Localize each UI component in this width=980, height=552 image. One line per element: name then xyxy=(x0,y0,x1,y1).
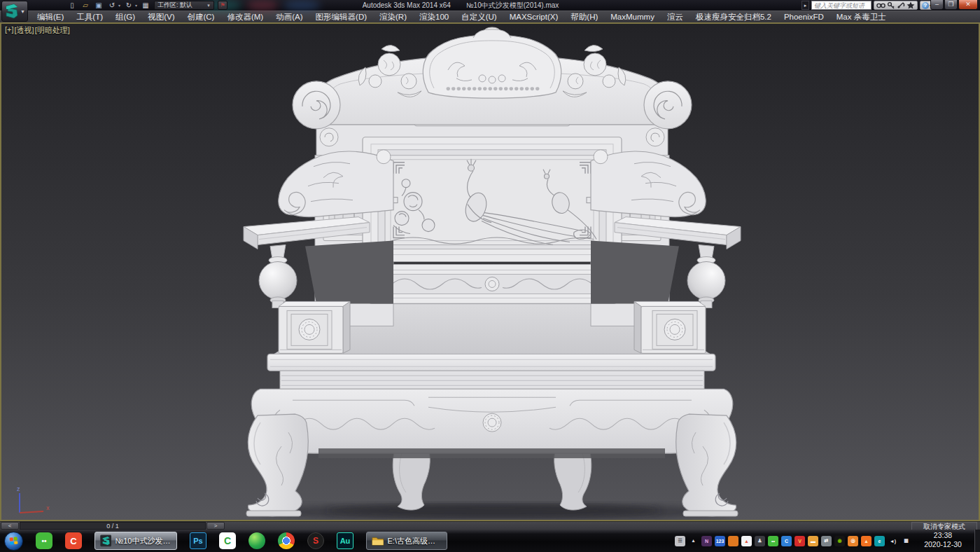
system-tray: ☰▴N123▲♟••CV▬⇄◉◎▲e◄)▦ xyxy=(675,530,911,552)
camtasia-green-icon[interactable]: C xyxy=(219,532,236,549)
workspace-selector[interactable]: 工作区: 默认 ▼ xyxy=(154,1,214,10)
viewport-perspective[interactable]: [+] [透视] [明暗处理] z x xyxy=(0,22,980,521)
world-axis-gizmo: z x xyxy=(7,485,52,517)
menu-item-13[interactable]: 帮助(H) xyxy=(564,11,604,23)
minimize-button[interactable]: – xyxy=(930,0,944,10)
graphics-tool-icon[interactable]: N xyxy=(701,536,712,546)
windows-taskbar: ••C №10中式沙发模... PsCSAu E:\古色高级家具... ☰▴N1… xyxy=(0,530,980,552)
infocenter-bar: ▸ ? ▾ xyxy=(802,1,934,10)
undo-icon[interactable]: ↺ xyxy=(107,1,117,10)
new-file-icon[interactable]: ▯ xyxy=(67,1,77,10)
search-input[interactable] xyxy=(811,1,872,10)
application-menu-button[interactable]: ▼ xyxy=(1,1,28,22)
time-slider-frame-field[interactable]: 0 / 1 xyxy=(20,522,206,530)
aero-glass-blob xyxy=(283,0,321,11)
hidden-icons-arrow[interactable]: ▴ xyxy=(688,536,699,546)
document-title-text: №10中式沙发模型(2014).max xyxy=(466,0,559,11)
menu-item-17[interactable]: PhoenixFD xyxy=(778,11,830,23)
beverage-app-icon[interactable] xyxy=(728,536,738,546)
nvidia-icon[interactable]: ◉ xyxy=(834,536,845,546)
show-desktop-button[interactable] xyxy=(974,530,980,552)
search-binoculars-icon[interactable] xyxy=(876,1,886,9)
app-title-text: Autodesk 3ds Max 2014 x64 xyxy=(363,0,451,11)
input-method-icon[interactable]: 123 xyxy=(715,536,725,546)
assistant-icon[interactable]: ♟ xyxy=(755,536,765,546)
windows-flag-icon xyxy=(10,537,18,544)
restore-button[interactable]: ❐ xyxy=(944,0,958,10)
redo-icon[interactable]: ↻ xyxy=(124,1,134,10)
menu-item-1[interactable]: 编辑(E) xyxy=(31,11,70,23)
start-button[interactable] xyxy=(4,532,23,551)
viewport-view-label[interactable]: [透视] xyxy=(15,25,34,36)
clock-date: 2020-12-30 xyxy=(914,540,972,549)
window-title: Autodesk 3ds Max 2014 x64 №10中式沙发模型(2014… xyxy=(363,0,559,11)
menu-item-18[interactable]: Max 杀毒卫士 xyxy=(830,11,892,23)
workspace-label: 工作区: 默认 xyxy=(158,1,192,10)
undo-caret-icon[interactable]: ▾ xyxy=(118,3,120,8)
wechat-icon[interactable]: •• xyxy=(36,532,52,549)
favorites-star-icon[interactable] xyxy=(906,1,915,9)
menu-item-16[interactable]: 极速瘦身安全归档5.2 xyxy=(690,11,778,23)
menu-item-8[interactable]: 图形编辑器(D) xyxy=(309,11,373,23)
menu-item-12[interactable]: MAXScript(X) xyxy=(503,11,565,23)
menu-item-14[interactable]: MaxMummy xyxy=(604,11,661,23)
viewport-shading-label[interactable]: [明暗处理] xyxy=(35,25,70,36)
viewport-menu-plus[interactable]: [+] xyxy=(5,25,14,36)
taskbar-window-label: №10中式沙发模... xyxy=(115,536,172,546)
save-file-icon[interactable]: ▣ xyxy=(94,1,104,10)
network-icon[interactable]: ▦ xyxy=(901,536,911,546)
sogou-browser-icon[interactable] xyxy=(248,532,265,549)
infocenter-buttons xyxy=(874,1,918,10)
menu-item-3[interactable]: 组(G) xyxy=(109,11,141,23)
photoshop-icon[interactable]: Ps xyxy=(190,532,206,549)
redo-caret-icon[interactable]: ▾ xyxy=(135,3,137,8)
help-icon: ? xyxy=(922,2,929,9)
taskbar-clock[interactable]: 23:38 2020-12-30 xyxy=(914,531,972,549)
substance-icon[interactable]: S xyxy=(307,532,324,549)
workspace-flag-icon[interactable]: ⚑ xyxy=(218,1,227,10)
sync-check-icon[interactable]: C xyxy=(781,536,792,546)
prev-frame-button[interactable]: < xyxy=(1,522,19,530)
audition-icon[interactable]: Au xyxy=(337,532,354,549)
security-flame-icon[interactable]: ▲ xyxy=(861,536,872,546)
camtasia-red-icon[interactable]: C xyxy=(65,532,82,549)
menu-item-6[interactable]: 修改器(M) xyxy=(220,11,270,23)
project-folder-icon[interactable]: ▦ xyxy=(141,1,150,10)
viewport-3d-scene xyxy=(1,24,979,520)
menu-item-2[interactable]: 工具(T) xyxy=(70,11,109,23)
wechat-tray-icon[interactable]: •• xyxy=(768,536,778,546)
workspace-caret-icon: ▼ xyxy=(206,4,211,8)
menu-item-10[interactable]: 渲染100 xyxy=(413,11,455,23)
storage-icon[interactable]: ▬ xyxy=(808,536,818,546)
subscription-key-icon[interactable] xyxy=(887,1,895,9)
clock-time: 23:38 xyxy=(914,531,972,540)
communication-center-icon[interactable] xyxy=(897,1,905,9)
menu-item-15[interactable]: 渲云 xyxy=(661,11,690,23)
menu-item-9[interactable]: 渲染(R) xyxy=(373,11,413,23)
close-button[interactable]: ✕ xyxy=(958,0,978,10)
menu-item-7[interactable]: 动画(A) xyxy=(270,11,309,23)
screenshot-icon[interactable]: ◎ xyxy=(848,536,858,546)
menu-item-4[interactable]: 视图(V) xyxy=(141,11,181,23)
eset-icon[interactable]: e xyxy=(874,536,885,546)
keyboard-icon[interactable]: ☰ xyxy=(675,536,685,546)
status-bar: < 0 / 1 > 取消专家模式 xyxy=(0,521,980,530)
taskbar-window-3dsmax[interactable]: №10中式沙发模... xyxy=(94,532,177,550)
menu-item-11[interactable]: 自定义(U) xyxy=(455,11,503,23)
axis-x-label: x xyxy=(46,504,50,511)
cancel-expert-mode-button[interactable]: 取消专家模式 xyxy=(911,522,977,530)
triangle-app-icon[interactable]: ▲ xyxy=(741,536,752,546)
volume-icon[interactable]: ◄) xyxy=(888,536,898,546)
chrome-icon[interactable] xyxy=(278,532,295,549)
folder-icon xyxy=(372,535,384,546)
menu-item-5[interactable]: 创建(C) xyxy=(181,11,220,23)
usb-device-icon[interactable]: ⇄ xyxy=(821,536,832,546)
taskbar-window-folder[interactable]: E:\古色高级家具... xyxy=(366,532,447,550)
video-app-icon[interactable]: V xyxy=(794,536,805,546)
3dsmax-application-window: ▼ ▯ ▱ ▣ ↺▾ ↻▾ ▦ 工作区: 默认 ▼ ⚑ Autodesk 3ds… xyxy=(0,0,980,552)
infocenter-collapse-arrow[interactable]: ▸ xyxy=(802,1,809,10)
open-file-icon[interactable]: ▱ xyxy=(80,1,90,10)
menu-bar: 编辑(E)工具(T)组(G)视图(V)创建(C)修改器(M)动画(A)图形编辑器… xyxy=(0,11,980,22)
title-bar: ▼ ▯ ▱ ▣ ↺▾ ↻▾ ▦ 工作区: 默认 ▼ ⚑ Autodesk 3ds… xyxy=(0,0,980,11)
next-frame-button[interactable]: > xyxy=(206,522,225,530)
